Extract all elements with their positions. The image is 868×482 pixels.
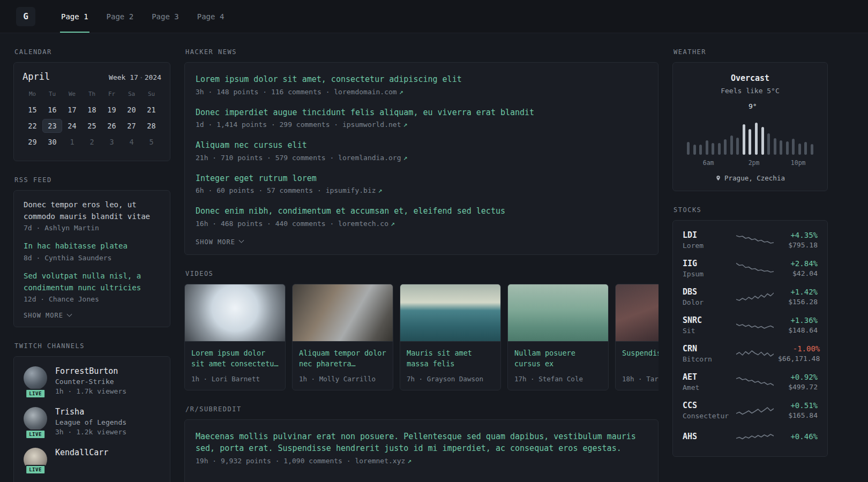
external-link-icon[interactable]: ↗ — [403, 120, 408, 129]
calendar-header: April Week 17·2024 — [23, 71, 161, 82]
channel-meta: 1h · 1.7k viewers — [55, 387, 126, 395]
video-title[interactable]: Suspendisse diam — [622, 348, 659, 370]
twitch-channel-item[interactable]: LIVE Trisha League of Legends 3h · 1.2k … — [24, 407, 160, 436]
calendar-day: 24 — [62, 119, 82, 133]
weather-location: Prague, Czechia — [682, 174, 819, 182]
video-card[interactable]: Aliquam tempor dolor nec pharetra… 1h · … — [292, 284, 393, 390]
external-link-icon[interactable]: ↗ — [391, 220, 395, 228]
external-link-icon[interactable]: ↗ — [378, 186, 383, 194]
hackernews-item-title[interactable]: Donec enim nibh, condimentum et accumsan… — [196, 205, 647, 217]
twitch-card: LIVE ForrestBurton Counter-Strike 1h · 1… — [13, 356, 170, 482]
hackernews-item-title[interactable]: Integer eget rutrum lorem — [196, 172, 647, 185]
video-card[interactable]: Suspendisse diam 18h · Tara… — [615, 284, 659, 390]
rss-item: Sed volutpat nulla nisl, a condimentum n… — [24, 270, 160, 303]
rss-item-meta: 7d · Ashlyn Martin — [24, 224, 160, 232]
weather-hour-bar — [798, 144, 801, 155]
external-link-icon[interactable]: ↗ — [403, 154, 408, 162]
video-card[interactable]: Nullam posuere cursus ex 17h · Stefan Co… — [507, 284, 609, 390]
stock-id: IIG Ipsum — [683, 259, 732, 278]
stock-row[interactable]: AHS +0.46% — [683, 429, 818, 445]
nav-tab[interactable]: Page 1 — [60, 0, 89, 33]
weather-hourly-chart: 9° — [687, 102, 813, 155]
hackernews-item: Lorem ipsum dolor sit amet, consectetur … — [196, 73, 647, 96]
app-logo[interactable]: G — [16, 7, 35, 26]
twitch-widget: TWITCH CHANNELS LIVE ForrestBurton Count… — [13, 342, 170, 482]
video-title[interactable]: Nullam posuere cursus ex — [514, 348, 602, 370]
stock-row[interactable]: IIG Ipsum +2.84% $42.04 — [683, 259, 818, 278]
hackernews-item-title[interactable]: Donec imperdiet augue tincidunt felis al… — [196, 107, 647, 119]
rss-item-title[interactable]: Sed volutpat nulla nisl, a condimentum n… — [24, 270, 160, 293]
hackernews-item-title[interactable]: Aliquam nec cursus elit — [196, 139, 647, 152]
stock-values: +1.42% $156.28 — [778, 288, 818, 306]
location-pin-icon — [715, 175, 721, 182]
sparkline-chart — [736, 232, 774, 248]
hackernews-meta-text: 1d · 1,414 points · 299 comments · ipsum… — [196, 120, 401, 129]
hackernews-item-title[interactable]: Lorem ipsum dolor sit amet, consectetur … — [196, 73, 647, 86]
video-row: Lorem ipsum dolor sit amet consectetu… 1… — [184, 284, 659, 390]
video-card-body: Suspendisse diam 18h · Tara… — [616, 342, 659, 390]
hackernews-show-more-button[interactable]: SHOW MORE — [196, 238, 647, 246]
stock-row[interactable]: AET Amet +0.92% $499.72 — [683, 372, 818, 391]
stock-row[interactable]: CRN Bitcorn -1.00% $66,171.48 — [683, 344, 818, 363]
hackernews-item: Donec imperdiet augue tincidunt felis al… — [196, 107, 647, 129]
external-link-icon[interactable]: ↗ — [399, 88, 403, 96]
weather-hour-bar — [811, 144, 813, 155]
stock-name: Dolor — [683, 298, 732, 306]
sparkline-chart — [736, 429, 774, 445]
video-card[interactable]: Lorem ipsum dolor sit amet consectetu… 1… — [184, 284, 286, 390]
calendar-week-label: Week 17 — [109, 73, 138, 81]
stock-row[interactable]: CCS Consectetur +0.51% $165.84 — [683, 401, 818, 420]
nav-tab[interactable]: Page 4 — [196, 0, 226, 33]
sparkline-chart — [736, 317, 774, 333]
video-title[interactable]: Mauris sit amet massa felis — [407, 348, 494, 370]
rss-item-title[interactable]: Donec tempor eros leo, ut commodo mauris… — [24, 199, 160, 222]
subreddit-post-title[interactable]: Maecenas mollis pulvinar erat non posuer… — [196, 431, 647, 455]
weather-hour-bar — [767, 133, 770, 155]
stocks-card: LDI Lorem +4.35% $795.18 — [672, 220, 828, 457]
video-title[interactable]: Aliquam tempor dolor nec pharetra… — [299, 348, 386, 370]
calendar-month-label: April — [23, 71, 50, 82]
twitch-channel-item[interactable]: LIVE ForrestBurton Counter-Strike 1h · 1… — [24, 366, 160, 395]
stock-name: Lorem — [683, 242, 732, 250]
video-thumbnail — [400, 284, 500, 342]
middle-column: HACKER NEWS Lorem ipsum dolor sit amet, … — [184, 48, 659, 482]
calendar-day: 16 — [42, 103, 62, 117]
stock-price: $66,171.48 — [778, 355, 820, 363]
stock-id: DBS Dolor — [683, 287, 732, 306]
stock-row[interactable]: LDI Lorem +4.35% $795.18 — [683, 230, 818, 250]
stock-values: +4.35% $795.18 — [778, 231, 818, 249]
weather-widget-title: WEATHER — [674, 48, 828, 56]
calendar-day: 20 — [122, 103, 141, 117]
calendar-day: 30 — [42, 135, 62, 149]
stock-change: -1.00% — [778, 344, 820, 353]
stock-row[interactable]: DBS Dolor +1.42% $156.28 — [683, 287, 818, 306]
hackernews-item: Donec enim nibh, condimentum et accumsan… — [196, 205, 647, 228]
stock-name: Amet — [683, 383, 732, 391]
video-title[interactable]: Lorem ipsum dolor sit amet consectetu… — [191, 348, 279, 370]
video-meta: 18h · Tara… — [622, 375, 659, 383]
weather-hour-bar — [749, 129, 751, 155]
stock-id: LDI Lorem — [683, 230, 732, 250]
stock-change: +0.51% — [778, 401, 818, 410]
calendar-day: 29 — [23, 135, 42, 149]
nav-tab[interactable]: Page 2 — [106, 0, 135, 33]
sparkline-chart — [736, 374, 774, 390]
weather-hour-bar — [755, 123, 758, 155]
video-meta: 1h · Molly Carrillo — [299, 375, 386, 383]
calendar-day: 25 — [82, 119, 102, 133]
calendar-weekday-label: Su — [141, 91, 161, 97]
channel-game: Counter-Strike — [55, 378, 126, 386]
calendar-weekday-label: Th — [82, 91, 102, 97]
video-card[interactable]: Mauris sit amet massa felis 7h · Grayson… — [400, 284, 501, 390]
nav-tab[interactable]: Page 3 — [151, 0, 180, 33]
rss-item-title[interactable]: In hac habitasse platea — [24, 240, 160, 252]
weather-hour-bar — [730, 135, 733, 155]
twitch-channel-item[interactable]: LIVE KendallCarr — [24, 448, 160, 471]
stock-ticker: AHS — [683, 432, 732, 441]
stock-row[interactable]: SNRC Sit +1.36% $148.64 — [683, 315, 818, 335]
calendar-day: 4 — [122, 135, 141, 149]
calendar-day: 28 — [141, 119, 161, 133]
external-link-icon[interactable]: ↗ — [407, 457, 411, 465]
rss-show-more-button[interactable]: SHOW MORE — [24, 312, 160, 319]
rss-item: Donec tempor eros leo, ut commodo mauris… — [24, 199, 160, 232]
